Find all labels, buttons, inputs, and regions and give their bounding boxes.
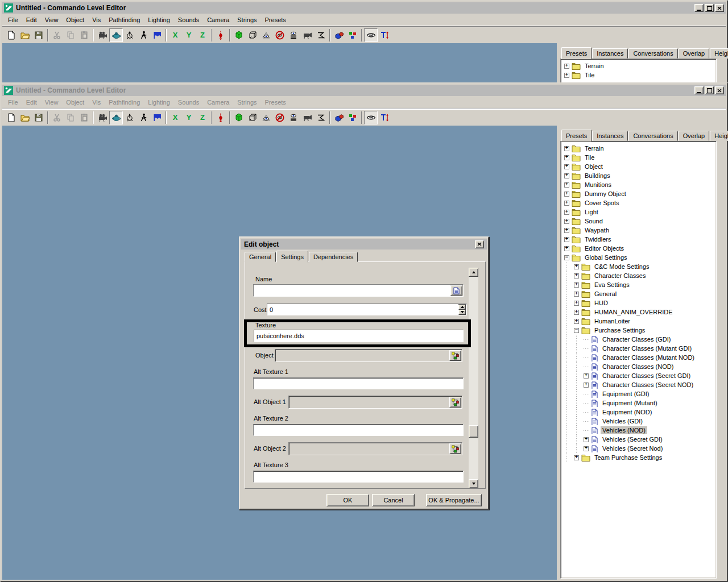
collapse-icon[interactable]: − <box>574 328 579 333</box>
cost-input[interactable] <box>267 304 458 315</box>
expand-icon[interactable]: + <box>584 373 589 379</box>
alt-texture-2-input[interactable] <box>254 425 463 436</box>
show-all-eye-button[interactable] <box>364 111 378 124</box>
expand-icon[interactable]: + <box>584 383 589 388</box>
expand-icon[interactable]: + <box>564 210 569 215</box>
waypoint-flag-button[interactable] <box>150 111 164 124</box>
alt-object-2-picker-button[interactable] <box>449 443 461 454</box>
camera-side-button[interactable] <box>300 111 314 124</box>
alt-texture-1-input[interactable] <box>254 379 463 389</box>
dialog-close-button[interactable] <box>475 240 484 248</box>
tree-item-character-classes-nod[interactable]: Character Classes (NOD) <box>561 362 716 371</box>
menu-sounds[interactable]: Sounds <box>174 97 203 107</box>
expand-icon[interactable]: + <box>564 164 569 169</box>
tab-heightfield[interactable]: Heightfield <box>710 131 728 141</box>
vis-sector-button[interactable] <box>314 111 328 124</box>
tree-item-terrain[interactable]: +Terrain <box>561 144 716 153</box>
tree-item-equipment-gdi[interactable]: Equipment (GDI) <box>561 389 716 398</box>
cost-spin-down[interactable] <box>458 310 466 315</box>
tree-item-character-classes-gdi[interactable]: Character Classes (GDI) <box>561 335 716 344</box>
axis-y-button[interactable]: Y <box>182 111 196 124</box>
menu-camera[interactable]: Camera <box>203 15 233 25</box>
expand-icon[interactable]: + <box>564 246 569 251</box>
axis-x-button[interactable]: X <box>168 28 182 42</box>
close-button[interactable] <box>715 4 724 12</box>
tree-item-character-classes[interactable]: +Character Classes <box>561 271 716 280</box>
menu-sounds[interactable]: Sounds <box>174 15 203 25</box>
tree-item-equipment-mutant[interactable]: Equipment (Mutant) <box>561 398 716 408</box>
open-button[interactable] <box>18 111 32 124</box>
name-picker-button[interactable] <box>450 285 462 296</box>
expand-icon[interactable]: + <box>574 273 579 278</box>
tree-item-eva-settings[interactable]: +Eva Settings <box>561 280 716 289</box>
dialog-titlebar[interactable]: Edit object <box>241 239 487 250</box>
open-button[interactable] <box>18 28 32 42</box>
new-button[interactable] <box>5 28 18 42</box>
object-picker-button[interactable] <box>449 350 461 361</box>
expand-icon[interactable]: + <box>574 282 579 288</box>
expand-icon[interactable]: + <box>564 73 569 78</box>
solid-cube-button[interactable] <box>232 111 246 124</box>
tree-item-c-c-mode-settings[interactable]: +C&C Mode Settings <box>561 262 716 271</box>
tab-presets[interactable]: Presets <box>561 130 592 142</box>
tree-item-team-purchase-settings[interactable]: +Team Purchase Settings <box>561 453 716 462</box>
alt-object-1-picker-button[interactable] <box>449 397 461 408</box>
rotate-axis-button[interactable] <box>123 111 136 124</box>
expand-icon[interactable]: + <box>574 292 579 297</box>
menu-pathfinding[interactable]: Pathfinding <box>105 15 144 25</box>
expand-icon[interactable]: + <box>574 319 579 324</box>
alt-texture-3-input[interactable] <box>254 472 463 483</box>
window-back-titlebar[interactable]: Untitled - Commando Level Editor <box>2 2 726 14</box>
expand-icon[interactable]: + <box>564 146 569 151</box>
object-cubes-button[interactable] <box>332 28 346 42</box>
menu-file[interactable]: File <box>4 15 22 25</box>
wire-cube-button[interactable] <box>246 111 259 124</box>
tree-item-global-settings[interactable]: −Global Settings <box>561 253 716 262</box>
menu-lighting[interactable]: Lighting <box>144 97 174 107</box>
text-height-button[interactable] <box>378 111 391 124</box>
tab-overlap[interactable]: Overlap <box>679 131 710 141</box>
tree-item-object[interactable]: +Object <box>561 162 716 171</box>
menu-edit[interactable]: Edit <box>22 15 41 25</box>
axis-z-button[interactable]: Z <box>196 28 209 42</box>
tree-item-equipment-nod[interactable]: Equipment (NOD) <box>561 408 716 417</box>
movie-camera-button[interactable] <box>96 28 109 42</box>
menu-presets[interactable]: Presets <box>261 97 290 107</box>
expand-icon[interactable]: + <box>574 301 579 306</box>
texture-input[interactable] <box>254 330 463 342</box>
tree-item-character-classes-mutant-nod[interactable]: Character Classes (Mutant NOD) <box>561 353 716 362</box>
scroll-up-button[interactable] <box>469 268 478 277</box>
waypoint-flag-button[interactable] <box>150 28 164 42</box>
movie-camera-button[interactable] <box>96 111 109 124</box>
tree-item-waypath[interactable]: +Waypath <box>561 226 716 235</box>
save-button[interactable] <box>32 111 46 124</box>
object-cubes-button[interactable] <box>332 111 346 124</box>
cancel-button[interactable]: Cancel <box>372 494 415 506</box>
expand-icon[interactable]: + <box>564 228 569 233</box>
dialog-tab-settings[interactable]: Settings <box>276 251 308 263</box>
tab-conversations[interactable]: Conversations <box>628 48 677 59</box>
scrollbar-thumb[interactable] <box>469 425 478 438</box>
menu-camera[interactable]: Camera <box>203 97 233 107</box>
object-squares-button[interactable] <box>346 111 359 124</box>
vis-layers-button[interactable] <box>287 111 300 124</box>
expand-icon[interactable]: + <box>564 64 569 69</box>
menu-strings[interactable]: Strings <box>233 97 260 107</box>
tab-presets[interactable]: Presets <box>561 47 592 59</box>
menu-view[interactable]: View <box>41 97 63 107</box>
wire-cube-button[interactable] <box>246 28 259 42</box>
ok-button[interactable]: OK <box>326 494 369 506</box>
tree-item-character-classes-secret-gdi[interactable]: +Character Classes (Secret GDI) <box>561 371 716 380</box>
name-input[interactable] <box>254 285 450 296</box>
vis-hide-button[interactable] <box>273 111 287 124</box>
new-button[interactable] <box>5 111 18 124</box>
expand-icon[interactable]: + <box>564 155 569 160</box>
tree-item-purchase-settings[interactable]: −Purchase Settings <box>561 326 716 335</box>
tree-item-buildings[interactable]: +Buildings <box>561 171 716 180</box>
expand-icon[interactable]: + <box>564 182 569 188</box>
expand-icon[interactable]: + <box>574 264 579 269</box>
expand-icon[interactable]: + <box>584 446 589 451</box>
menu-object[interactable]: Object <box>62 15 88 25</box>
expand-icon[interactable]: + <box>564 219 569 224</box>
tree-item-sound[interactable]: +Sound <box>561 217 716 226</box>
